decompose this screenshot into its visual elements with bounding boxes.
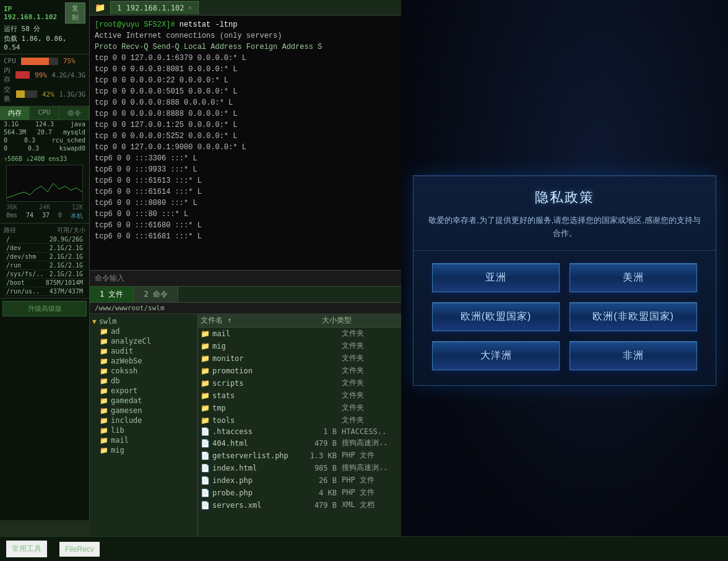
folder-expand-icon: ▼ (92, 318, 97, 326)
tree-label-db: db (111, 376, 119, 385)
tree-item-mig[interactable]: 📁 mig (90, 445, 197, 455)
file-type: PHP 文件 (337, 450, 399, 461)
region-button-americas[interactable]: 美洲 (570, 263, 697, 292)
tree-item-db[interactable]: 📁 db (90, 376, 197, 386)
file-name: probe.php (212, 489, 293, 497)
process-list: 3.1G 124.3 java 564.3M 20.7 mysqld 0 0.3… (0, 120, 89, 152)
process-cpu: 0.3 (24, 137, 35, 144)
file-name: scripts (212, 379, 293, 388)
disk-row: /boot875M/1014M (4, 279, 85, 287)
region-grid: 亚洲 美洲 欧洲(欧盟国家) 欧洲(非欧盟国家) 大洋洲 非洲 (432, 263, 697, 370)
file-tab-2[interactable]: 2 命令 (134, 287, 178, 302)
sidebar-tab-cpu[interactable]: CPU (30, 107, 59, 120)
tree-label-gamedat: gamedat (111, 396, 142, 405)
region-button-oceania[interactable]: 大洋洲 (432, 341, 560, 370)
tree-item-include[interactable]: 📁 include (90, 415, 197, 425)
file-row[interactable]: 📁tmp文件夹 (198, 402, 401, 414)
tree-item-export[interactable]: 📁 export (90, 386, 197, 396)
tools-button[interactable]: 常用工具 (6, 541, 47, 557)
file-type: PHP 文件 (337, 475, 399, 485)
filerecv-button[interactable]: FileRecv (59, 542, 100, 557)
tree-label-azwebse: azWebSe (111, 357, 142, 365)
process-cpu: 20.7 (37, 129, 52, 136)
file-row[interactable]: 📁monitor文件夹 (198, 352, 401, 365)
term-line: tcp6 0 0 :::61681 :::* L (95, 231, 396, 242)
file-row[interactable]: 📁scripts文件夹 (198, 377, 401, 389)
tree-label-ad: ad (111, 327, 119, 336)
file-type: 文件夹 (337, 402, 399, 413)
file-icon: 📄 (201, 501, 210, 510)
folder-icon: 📁 (201, 329, 210, 338)
tree-label-audit: audit (111, 347, 133, 355)
file-type: 文件夹 (337, 390, 399, 401)
tree-item-lib[interactable]: 📁 lib (90, 425, 197, 435)
tree-item-audit[interactable]: 📁 audit (90, 346, 197, 356)
term-line: tcp 0 0 0.0.0.0:888 0.0.0.0:* L (95, 97, 396, 108)
tree-label-lib: lib (111, 426, 124, 435)
folder-icon: 📁 (201, 354, 210, 363)
tree-item-gamedat[interactable]: 📁 gamedat (90, 396, 197, 406)
file-row[interactable]: 📄.htaccess1 BHTACCESS.. (198, 427, 401, 437)
file-row[interactable]: 📁promotion文件夹 (198, 365, 401, 377)
sidebar-tabs: 内存 CPU 命令 (0, 107, 89, 120)
process-name: mysqld (63, 129, 85, 136)
region-button-eu-non[interactable]: 欧洲(非欧盟国家) (570, 302, 697, 331)
folder-icon: 📁 (201, 342, 210, 350)
file-row[interactable]: 📄getserverlist.php1.3 KBPHP 文件 (198, 450, 401, 462)
file-icon: 📄 (201, 476, 210, 485)
file-tab-bar: 1 文件 2 命令 (90, 286, 401, 303)
tree-item-gamesen[interactable]: 📁 gamesen (90, 406, 197, 415)
file-type: 文件夹 (337, 328, 399, 339)
file-row[interactable]: 📁mail文件夹 (198, 328, 401, 340)
file-row[interactable]: 📄index.php26 BPHP 文件 (198, 474, 401, 487)
tree-item-swlm[interactable]: ▼ swlm (90, 316, 197, 326)
file-path-bar: /www/wwwroot/swlm (90, 303, 401, 314)
tree-label-mig: mig (111, 446, 124, 454)
file-type: 文件夹 (337, 365, 399, 376)
region-button-asia[interactable]: 亚洲 (432, 263, 560, 292)
term-line: tcp 0 0 0.0.0.0:22 0.0.0.0:* L (95, 75, 396, 86)
process-name: java (71, 121, 85, 128)
disk-path-header: 路径 (4, 226, 16, 235)
file-name: getserverlist.php (212, 451, 293, 460)
file-row[interactable]: 📁tools文件夹 (198, 414, 401, 427)
file-row[interactable]: 📄404.html479 B搜狗高速浏.. (198, 437, 401, 450)
file-row[interactable]: 📄probe.php4 KBPHP 文件 (198, 487, 401, 499)
file-tab-1[interactable]: 1 文件 (90, 287, 134, 302)
file-row[interactable]: 📁stats文件夹 (198, 389, 401, 402)
sidebar-tab-cmd[interactable]: 命令 (59, 107, 89, 120)
right-panel: 隐私政策 敬爱的幸存者,为了提供更好的服务,请您选择您的国家或地区,感谢您的支持… (401, 0, 728, 561)
file-list: 文件名 ↑ 大小 类型 📁mail文件夹 📁mig文件夹 📁monitor文件夹… (198, 314, 401, 561)
disk-row: /run/us..437M/437M (4, 287, 85, 296)
file-name: stats (212, 391, 293, 400)
disk-row: /dev/shm2.1G/2.1G (4, 253, 85, 261)
file-row[interactable]: 📁mig文件夹 (198, 340, 401, 352)
file-name: .htaccess (212, 427, 293, 436)
terminal-output: [root@yuyu SFS2X]# netstat -ltnp Active … (90, 15, 401, 270)
term-line: tcp 0 0 127.0.0.1:25 0.0.0.0:* L (95, 120, 396, 131)
tree-item-cokssh[interactable]: 📁 cokssh (90, 366, 197, 376)
file-row[interactable]: 📄index.html985 B搜狗高速浏.. (198, 462, 401, 474)
tree-item-mail[interactable]: 📁 mail (90, 435, 197, 445)
sidebar-tab-mem[interactable]: 内存 (0, 107, 30, 120)
tab-close-button[interactable]: × (188, 4, 192, 12)
tree-item-azwebse[interactable]: 📁 azWebSe (90, 356, 197, 366)
region-button-eu[interactable]: 欧洲(欧盟国家) (432, 302, 560, 331)
file-list-header: 文件名 ↑ 大小 类型 (198, 314, 401, 328)
file-icon: 📄 (201, 451, 210, 460)
disk-row: /20.9G/26G (4, 235, 85, 244)
region-button-africa[interactable]: 非洲 (570, 341, 697, 370)
tree-item-ad[interactable]: 📁 ad (90, 326, 197, 336)
left-panel: IP 192.168.1.102 复制 运行 58 分 负载 1.86, 0.8… (0, 0, 401, 561)
file-name: promotion (212, 367, 293, 375)
tree-label-analyzecl: analyzeCl (111, 337, 151, 346)
network-section: ↑586B ↓240B ens33 36K 24K 12K 0ms 74 37 … (0, 152, 89, 224)
folder-icon-analyzecl: 📁 (100, 337, 108, 346)
tree-item-analyzecl[interactable]: 📁 analyzeCl (90, 336, 197, 346)
graph-36k: 36K (6, 204, 17, 211)
file-row[interactable]: 📄servers.xml479 BXML 文档 (198, 499, 401, 511)
term-line: Active Internet connections (only server… (95, 30, 396, 41)
terminal-tab[interactable]: 1 192.168.1.102 × (110, 1, 199, 14)
upgrade-button[interactable]: 升级高级版 (2, 301, 87, 316)
copy-ip-button[interactable]: 复制 (65, 2, 85, 24)
